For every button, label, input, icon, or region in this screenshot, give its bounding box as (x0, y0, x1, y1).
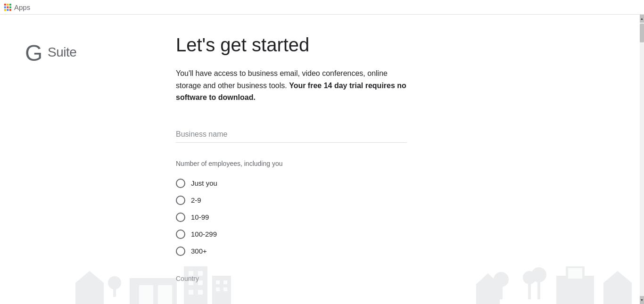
radio-label-100-299: 100-299 (191, 230, 217, 238)
svg-rect-27 (216, 288, 220, 291)
gsuite-suite-text: Suite (48, 45, 76, 60)
radio-circle-2-9 (176, 196, 185, 205)
page-description: You'll have access to business email, vi… (176, 67, 407, 104)
svg-rect-0 (4, 4, 6, 6)
svg-rect-10 (75, 283, 104, 304)
topbar: Apps (0, 0, 644, 15)
svg-rect-34 (500, 285, 503, 299)
svg-rect-36 (537, 280, 540, 299)
svg-marker-33 (603, 271, 632, 283)
radio-circle-just-you (176, 179, 185, 188)
form-section: Number of employees, including you Just … (176, 126, 407, 260)
radio-label-10-99: 10-99 (191, 213, 209, 221)
radio-label-300plus: 300+ (191, 247, 207, 255)
g-logo-icon: G (25, 41, 45, 64)
gsuite-logo: G Suite (25, 41, 148, 64)
svg-rect-28 (223, 288, 227, 291)
svg-rect-22 (189, 290, 193, 295)
svg-rect-23 (198, 290, 203, 295)
svg-marker-11 (75, 271, 104, 283)
svg-rect-5 (9, 6, 11, 8)
svg-rect-24 (212, 276, 231, 304)
svg-rect-35 (528, 283, 531, 299)
svg-rect-20 (189, 280, 193, 285)
page-heading: Let's get started (176, 33, 619, 56)
svg-rect-6 (4, 9, 6, 11)
apps-label: Apps (14, 3, 30, 11)
svg-rect-17 (184, 266, 207, 304)
radio-option-2-9[interactable]: 2-9 (176, 192, 407, 209)
svg-rect-8 (9, 9, 11, 11)
scrollbar-down-arrow[interactable]: ▼ (640, 296, 644, 304)
svg-rect-2 (9, 4, 11, 6)
scrollbar-thumb[interactable] (640, 24, 644, 42)
right-column: Let's get started You'll have access to … (148, 33, 619, 282)
svg-rect-18 (189, 271, 193, 276)
employees-radio-group: Just you 2-9 10-99 (176, 175, 407, 260)
svg-rect-21 (198, 280, 203, 285)
svg-point-39 (531, 267, 546, 282)
employees-label: Number of employees, including you (176, 160, 407, 167)
radio-circle-100-299 (176, 230, 185, 239)
radio-label-2-9: 2-9 (191, 196, 201, 204)
page-wrapper: G Suite Let's get started You'll have ac… (0, 15, 644, 304)
radio-circle-10-99 (176, 213, 185, 222)
svg-rect-26 (223, 280, 227, 284)
scrollbar[interactable]: ▲ ▼ (640, 15, 644, 304)
svg-rect-15 (139, 285, 153, 304)
business-name-input[interactable] (176, 126, 407, 143)
radio-option-just-you[interactable]: Just you (176, 175, 407, 192)
scrollbar-up-arrow[interactable]: ▲ (640, 15, 644, 23)
cityscape-illustration (0, 257, 644, 304)
radio-label-just-you: Just you (191, 179, 217, 187)
svg-rect-40 (476, 284, 500, 304)
svg-rect-3 (4, 6, 6, 8)
svg-rect-7 (7, 9, 8, 11)
radio-option-100-299[interactable]: 100-299 (176, 226, 407, 243)
svg-rect-31 (568, 268, 582, 279)
svg-rect-1 (7, 4, 8, 6)
grid-icon (4, 3, 11, 11)
svg-point-13 (108, 276, 121, 289)
cityscape-wrapper: G Suite Let's get started You'll have ac… (0, 15, 644, 304)
svg-rect-19 (198, 271, 203, 276)
left-column: G Suite (25, 33, 148, 282)
svg-rect-32 (603, 283, 632, 304)
svg-rect-25 (216, 280, 220, 284)
radio-circle-300plus (176, 246, 185, 256)
svg-text:G: G (25, 41, 42, 64)
content-inner: G Suite Let's get started You'll have ac… (6, 15, 638, 282)
main-content: G Suite Let's get started You'll have ac… (0, 15, 644, 304)
svg-rect-16 (158, 285, 172, 304)
svg-rect-4 (7, 6, 8, 8)
radio-option-10-99[interactable]: 10-99 (176, 209, 407, 226)
